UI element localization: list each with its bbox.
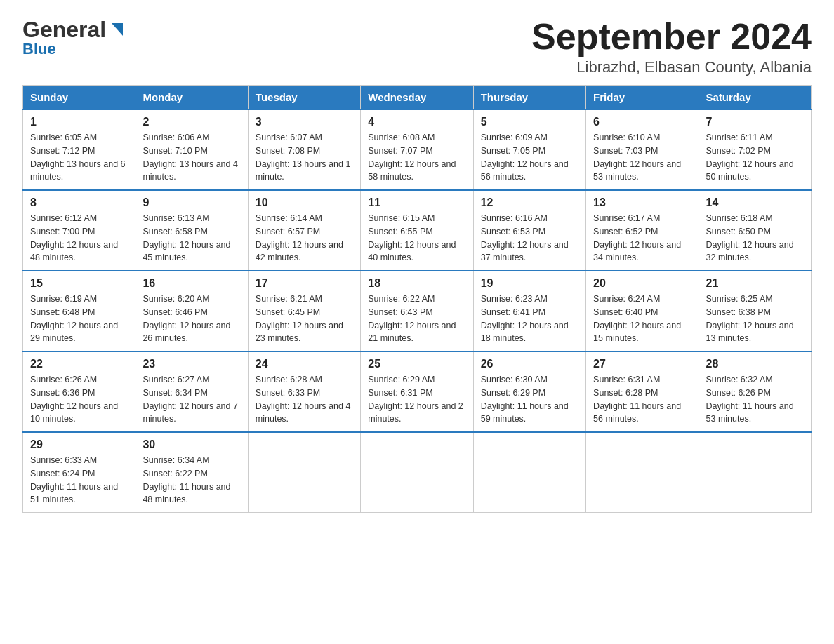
day-info: Sunrise: 6:29 AMSunset: 6:31 PMDaylight:…	[368, 373, 465, 426]
calendar-cell	[473, 432, 585, 513]
day-info: Sunrise: 6:11 AMSunset: 7:02 PMDaylight:…	[706, 131, 804, 184]
day-info: Sunrise: 6:18 AMSunset: 6:50 PMDaylight:…	[706, 212, 804, 264]
calendar-cell: 14Sunrise: 6:18 AMSunset: 6:50 PMDayligh…	[699, 190, 811, 271]
day-info: Sunrise: 6:19 AMSunset: 6:48 PMDaylight:…	[30, 293, 128, 345]
week-row-2: 8Sunrise: 6:12 AMSunset: 7:00 PMDaylight…	[23, 190, 812, 271]
day-info: Sunrise: 6:24 AMSunset: 6:40 PMDaylight:…	[593, 293, 691, 345]
calendar-cell: 8Sunrise: 6:12 AMSunset: 7:00 PMDaylight…	[23, 190, 135, 271]
week-row-1: 1Sunrise: 6:05 AMSunset: 7:12 PMDaylight…	[23, 109, 812, 190]
logo-area: General Blue	[22, 17, 127, 58]
logo-wrapper: General	[22, 17, 127, 43]
title-area: September 2024 Librazhd, Elbasan County,…	[531, 17, 812, 76]
day-number: 26	[481, 358, 578, 370]
day-number: 15	[30, 277, 128, 290]
day-number: 3	[256, 116, 353, 128]
svg-marker-0	[112, 23, 123, 36]
day-info: Sunrise: 6:06 AMSunset: 7:10 PMDaylight:…	[143, 131, 240, 184]
calendar-cell: 2Sunrise: 6:06 AMSunset: 7:10 PMDaylight…	[135, 109, 248, 190]
week-row-5: 29Sunrise: 6:33 AMSunset: 6:24 PMDayligh…	[23, 432, 812, 513]
week-row-3: 15Sunrise: 6:19 AMSunset: 6:48 PMDayligh…	[23, 271, 812, 351]
page-header: General Blue September 2024 Librazhd, El…	[22, 17, 812, 76]
calendar-cell: 16Sunrise: 6:20 AMSunset: 6:46 PMDayligh…	[135, 271, 248, 351]
calendar-cell: 5Sunrise: 6:09 AMSunset: 7:05 PMDaylight…	[473, 109, 585, 190]
weekday-header-wednesday: Wednesday	[361, 86, 473, 110]
logo-triangle-icon	[107, 20, 127, 40]
calendar-cell: 7Sunrise: 6:11 AMSunset: 7:02 PMDaylight…	[699, 109, 811, 190]
weekday-header-monday: Monday	[135, 86, 248, 110]
day-number: 24	[256, 358, 353, 370]
day-info: Sunrise: 6:27 AMSunset: 6:34 PMDaylight:…	[143, 373, 240, 426]
logo-blue-text: Blue	[22, 40, 56, 58]
calendar-cell: 23Sunrise: 6:27 AMSunset: 6:34 PMDayligh…	[135, 351, 248, 432]
day-number: 4	[368, 116, 465, 128]
day-number: 17	[256, 277, 353, 290]
day-info: Sunrise: 6:15 AMSunset: 6:55 PMDaylight:…	[368, 212, 465, 264]
calendar-cell: 12Sunrise: 6:16 AMSunset: 6:53 PMDayligh…	[473, 190, 585, 271]
calendar-table: SundayMondayTuesdayWednesdayThursdayFrid…	[22, 85, 812, 513]
day-number: 30	[143, 438, 240, 451]
calendar-cell: 11Sunrise: 6:15 AMSunset: 6:55 PMDayligh…	[361, 190, 473, 271]
day-number: 22	[30, 358, 128, 370]
day-number: 14	[706, 196, 804, 209]
day-info: Sunrise: 6:09 AMSunset: 7:05 PMDaylight:…	[481, 131, 578, 184]
calendar-cell: 22Sunrise: 6:26 AMSunset: 6:36 PMDayligh…	[23, 351, 135, 432]
weekday-header-thursday: Thursday	[473, 86, 585, 110]
day-info: Sunrise: 6:32 AMSunset: 6:26 PMDaylight:…	[706, 373, 804, 426]
week-row-4: 22Sunrise: 6:26 AMSunset: 6:36 PMDayligh…	[23, 351, 812, 432]
day-number: 29	[30, 438, 128, 451]
day-info: Sunrise: 6:26 AMSunset: 6:36 PMDaylight:…	[30, 373, 128, 426]
day-info: Sunrise: 6:23 AMSunset: 6:41 PMDaylight:…	[481, 293, 578, 345]
calendar-cell: 10Sunrise: 6:14 AMSunset: 6:57 PMDayligh…	[248, 190, 360, 271]
day-number: 12	[481, 196, 578, 209]
day-number: 7	[706, 116, 804, 128]
calendar-cell	[361, 432, 473, 513]
day-info: Sunrise: 6:21 AMSunset: 6:45 PMDaylight:…	[256, 293, 353, 345]
weekday-header-row: SundayMondayTuesdayWednesdayThursdayFrid…	[23, 86, 812, 110]
calendar-cell	[699, 432, 811, 513]
day-info: Sunrise: 6:16 AMSunset: 6:53 PMDaylight:…	[481, 212, 578, 264]
day-number: 21	[706, 277, 804, 290]
day-number: 28	[706, 358, 804, 370]
day-info: Sunrise: 6:13 AMSunset: 6:58 PMDaylight:…	[143, 212, 240, 264]
day-info: Sunrise: 6:30 AMSunset: 6:29 PMDaylight:…	[481, 373, 578, 426]
day-number: 18	[368, 277, 465, 290]
location-subtitle: Librazhd, Elbasan County, Albania	[531, 58, 812, 76]
day-number: 25	[368, 358, 465, 370]
calendar-cell: 30Sunrise: 6:34 AMSunset: 6:22 PMDayligh…	[135, 432, 248, 513]
day-number: 1	[30, 116, 128, 128]
calendar-cell: 4Sunrise: 6:08 AMSunset: 7:07 PMDaylight…	[361, 109, 473, 190]
calendar-cell: 13Sunrise: 6:17 AMSunset: 6:52 PMDayligh…	[586, 190, 699, 271]
day-info: Sunrise: 6:28 AMSunset: 6:33 PMDaylight:…	[256, 373, 353, 426]
logo-general-text: General	[22, 17, 106, 43]
day-number: 2	[143, 116, 240, 128]
day-number: 8	[30, 196, 128, 209]
calendar-cell: 1Sunrise: 6:05 AMSunset: 7:12 PMDaylight…	[23, 109, 135, 190]
month-title: September 2024	[531, 17, 812, 57]
calendar-cell: 15Sunrise: 6:19 AMSunset: 6:48 PMDayligh…	[23, 271, 135, 351]
day-info: Sunrise: 6:17 AMSunset: 6:52 PMDaylight:…	[593, 212, 691, 264]
day-info: Sunrise: 6:08 AMSunset: 7:07 PMDaylight:…	[368, 131, 465, 184]
calendar-cell: 17Sunrise: 6:21 AMSunset: 6:45 PMDayligh…	[248, 271, 360, 351]
calendar-cell	[248, 432, 360, 513]
day-number: 9	[143, 196, 240, 209]
day-info: Sunrise: 6:14 AMSunset: 6:57 PMDaylight:…	[256, 212, 353, 264]
day-info: Sunrise: 6:20 AMSunset: 6:46 PMDaylight:…	[143, 293, 240, 345]
day-info: Sunrise: 6:22 AMSunset: 6:43 PMDaylight:…	[368, 293, 465, 345]
calendar-cell: 24Sunrise: 6:28 AMSunset: 6:33 PMDayligh…	[248, 351, 360, 432]
day-number: 5	[481, 116, 578, 128]
day-info: Sunrise: 6:33 AMSunset: 6:24 PMDaylight:…	[30, 454, 128, 507]
calendar-cell	[586, 432, 699, 513]
day-info: Sunrise: 6:25 AMSunset: 6:38 PMDaylight:…	[706, 293, 804, 345]
day-number: 6	[593, 116, 691, 128]
calendar-cell: 6Sunrise: 6:10 AMSunset: 7:03 PMDaylight…	[586, 109, 699, 190]
day-number: 19	[481, 277, 578, 290]
calendar-cell: 25Sunrise: 6:29 AMSunset: 6:31 PMDayligh…	[361, 351, 473, 432]
calendar-cell: 18Sunrise: 6:22 AMSunset: 6:43 PMDayligh…	[361, 271, 473, 351]
calendar-cell: 26Sunrise: 6:30 AMSunset: 6:29 PMDayligh…	[473, 351, 585, 432]
weekday-header-friday: Friday	[586, 86, 699, 110]
calendar-cell: 19Sunrise: 6:23 AMSunset: 6:41 PMDayligh…	[473, 271, 585, 351]
calendar-cell: 9Sunrise: 6:13 AMSunset: 6:58 PMDaylight…	[135, 190, 248, 271]
calendar-cell: 29Sunrise: 6:33 AMSunset: 6:24 PMDayligh…	[23, 432, 135, 513]
calendar-cell: 3Sunrise: 6:07 AMSunset: 7:08 PMDaylight…	[248, 109, 360, 190]
day-info: Sunrise: 6:31 AMSunset: 6:28 PMDaylight:…	[593, 373, 691, 426]
